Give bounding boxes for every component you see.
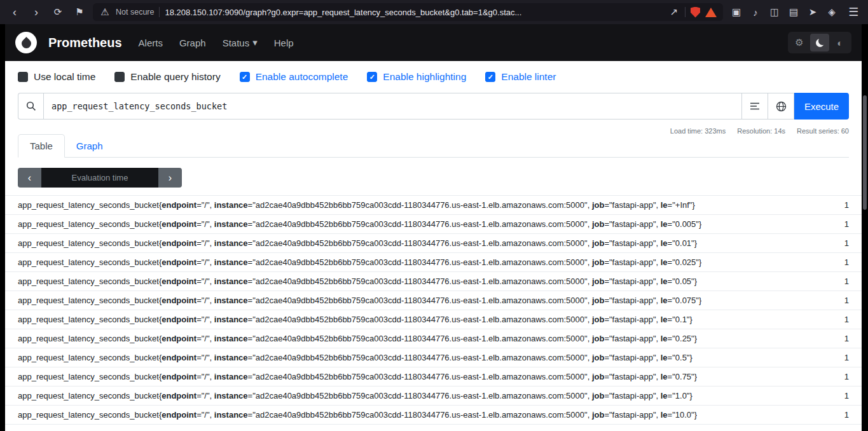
option-enable-query-history[interactable]: Enable query history [114,71,220,83]
series-value: 1 [834,238,849,248]
prometheus-logo-icon[interactable] [15,32,37,53]
checkbox[interactable] [367,72,377,82]
extensions-icon[interactable]: ▣ [728,4,745,20]
table-row: app_request_latency_seconds_bucket{endpo… [5,348,862,367]
evaluation-time-input[interactable]: Evaluation time [41,168,158,188]
series-value: 1 [834,334,849,343]
search-icon [18,93,43,120]
metrics-explorer-icon[interactable] [742,93,768,120]
series-value: 1 [834,277,849,286]
series-value: 1 [834,296,849,305]
execute-button[interactable]: Execute [794,93,849,120]
nav-item-status[interactable]: Status ▾ [223,37,258,48]
table-row: app_request_latency_seconds_bucket{endpo… [5,272,862,291]
browser-toolbar: ‹ › ⟳ ⚑ ⚠ Not secure 18.208.150.107:9090… [0,0,868,24]
globe-icon[interactable] [768,93,794,120]
shield-icon[interactable] [691,7,700,18]
moon-icon [816,39,824,47]
result-series-stat: Result series: 60 [797,127,849,135]
series-value: 1 [834,410,849,420]
eval-time-forward-button[interactable]: › [158,168,182,188]
load-time-stat: Load time: 323ms [670,127,726,135]
series-expression: app_request_latency_seconds_bucket{endpo… [18,257,701,267]
series-expression: app_request_latency_seconds_bucket{endpo… [18,200,695,210]
series-expression: app_request_latency_seconds_bucket{endpo… [18,353,692,362]
series-expression: app_request_latency_seconds_bucket{endpo… [18,238,697,248]
menu-icon[interactable]: ☰ [845,4,862,20]
series-expression: app_request_latency_seconds_bucket{endpo… [18,277,697,286]
option-label: Enable highlighting [383,71,466,83]
option-label: Enable autocomplete [256,71,348,83]
table-row: app_request_latency_seconds_bucket{endpo… [5,367,862,387]
evaluation-time-control: ‹ Evaluation time › [18,168,182,188]
theme-toggle-group: ⚙ ◐ [788,32,851,53]
share-icon[interactable]: ↗ [668,4,680,20]
auto-theme-contrast-icon[interactable]: ◐ [830,34,850,51]
prometheus-navbar: Prometheus Alerts Graph Status ▾ Help ⚙ … [5,24,862,61]
back-icon[interactable]: ‹ [6,4,23,20]
table-row: app_request_latency_seconds_bucket{endpo… [5,425,862,431]
result-tabs: Table Graph Load time: 323ms Resolution:… [18,126,849,158]
checkbox[interactable] [485,72,495,82]
address-bar[interactable]: ⚠ Not secure 18.208.150.107:9090/graph?g… [93,3,723,21]
flame-icon [19,36,32,50]
divider [685,7,685,17]
series-expression: app_request_latency_seconds_bucket{endpo… [18,372,697,381]
option-label: Enable linter [501,71,556,83]
tab-graph[interactable]: Graph [65,135,114,157]
series-value: 1 [834,353,849,362]
eval-time-back-button[interactable]: ‹ [18,168,41,188]
option-enable-highlighting[interactable]: Enable highlighting [367,71,466,83]
nav-item-graph[interactable]: Graph [179,38,206,48]
table-row: app_request_latency_seconds_bucket{endpo… [5,291,862,310]
query-input[interactable]: app_request_latency_seconds_bucket [43,93,742,120]
checkbox[interactable] [240,72,250,82]
browser-action-icons: ▣♪◫▤➤◈ [728,4,840,20]
forward-icon[interactable]: › [28,4,45,20]
checkbox[interactable] [114,72,125,82]
table-row: app_request_latency_seconds_bucket{endpo… [5,329,862,348]
tab-table[interactable]: Table [18,134,65,158]
table-row: app_request_latency_seconds_bucket{endpo… [5,196,862,215]
table-row: app_request_latency_seconds_bucket{endpo… [5,215,862,234]
split-view-icon[interactable]: ◫ [766,4,783,20]
series-expression: app_request_latency_seconds_bucket{endpo… [18,296,701,305]
checkbox[interactable] [18,72,28,82]
send-icon[interactable]: ➤ [804,4,821,20]
nav-item-help[interactable]: Help [274,38,294,48]
settings-gear-icon[interactable]: ⚙ [790,34,809,51]
option-label: Use local time [34,71,95,83]
url-text: 18.208.150.107:9090/graph?g0.expr=app_re… [165,8,663,17]
option-use-local-time[interactable]: Use local time [18,71,95,83]
option-enable-autocomplete[interactable]: Enable autocomplete [240,71,348,83]
badge-icon[interactable]: ◈ [823,4,840,20]
table-row: app_request_latency_seconds_bucket{endpo… [5,234,862,253]
reload-icon[interactable]: ⟳ [50,4,66,20]
query-options-row: Use local time Enable query history Enab… [5,61,862,92]
series-expression: app_request_latency_seconds_bucket{endpo… [18,315,692,324]
divider [159,7,160,17]
brand-title[interactable]: Prometheus [48,36,122,50]
dark-mode-moon-icon[interactable] [810,34,829,51]
series-expression: app_request_latency_seconds_bucket{endpo… [18,410,697,420]
results-table: app_request_latency_seconds_bucket{endpo… [5,195,862,431]
option-enable-linter[interactable]: Enable linter [485,71,556,83]
security-label: Not secure [116,8,154,17]
table-row: app_request_latency_seconds_bucket{endpo… [5,406,862,425]
bookmark-icon[interactable]: ⚑ [71,4,88,20]
query-stats: Load time: 323ms Resolution: 14s Result … [670,127,849,135]
series-value: 1 [834,219,849,229]
series-expression: app_request_latency_seconds_bucket{endpo… [18,219,701,229]
option-label: Enable query history [130,71,220,83]
media-icon[interactable]: ♪ [747,4,764,20]
table-row: app_request_latency_seconds_bucket{endpo… [5,387,862,406]
series-value: 1 [834,200,849,210]
nav-item-alerts[interactable]: Alerts [139,38,163,48]
series-value: 1 [834,315,849,324]
cards-icon[interactable]: ▤ [785,4,802,20]
warning-icon: ⚠ [99,4,111,20]
series-value: 1 [834,257,849,267]
prometheus-page: Prometheus Alerts Graph Status ▾ Help ⚙ … [5,24,862,431]
page-scrollbar[interactable] [863,95,867,210]
warning-badge-icon[interactable] [705,8,717,17]
